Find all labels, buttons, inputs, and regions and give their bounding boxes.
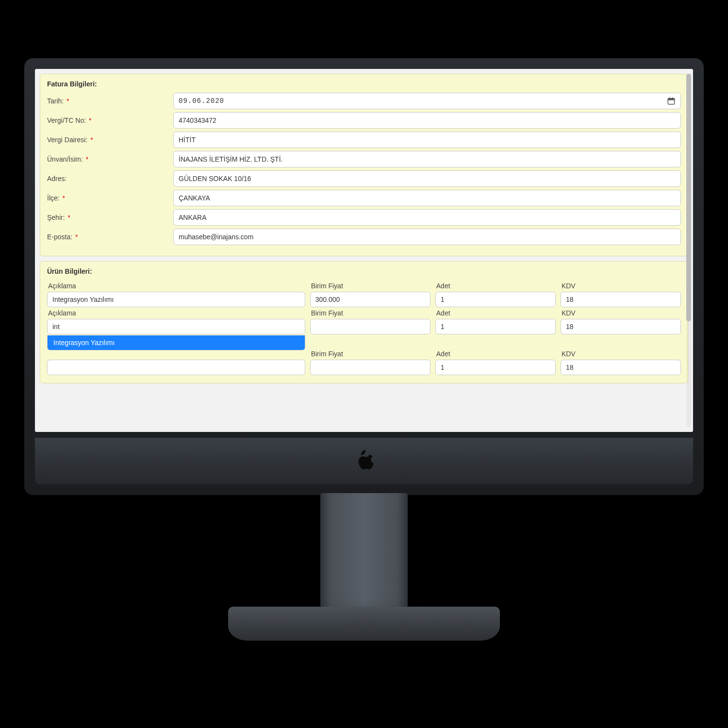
email-input[interactable] (173, 229, 681, 245)
label-email: E-posta: * (47, 233, 173, 241)
label-city: Şehir: * (47, 214, 173, 221)
calendar-icon (667, 97, 676, 105)
row-title-name: Ünvan/İsim: * (47, 151, 681, 167)
row-email: E-posta: * (47, 229, 681, 245)
products-panel-title: Ürün Bilgileri: (47, 267, 681, 275)
row-tax-no: Vergi/TC No: * (47, 112, 681, 129)
city-input[interactable] (173, 209, 681, 226)
address-input[interactable] (173, 170, 681, 187)
label-address: Adres: (47, 175, 173, 182)
label-tax-no: Vergi/TC No: * (47, 116, 173, 124)
monitor-chin (35, 438, 693, 484)
row-district: İlçe: * (47, 190, 681, 206)
monitor-frame: Fatura Bilgileri: Tarih: * 09.06.2020 Ve… (24, 58, 704, 495)
invoice-panel-title: Fatura Bilgileri: (47, 80, 681, 88)
col-unit-price: Birim Fiyat (310, 280, 430, 292)
desc-input-2[interactable] (47, 319, 305, 334)
vat-input-2[interactable] (561, 319, 681, 334)
row-date: Tarih: * 09.06.2020 (47, 93, 681, 109)
tax-office-input[interactable] (173, 132, 681, 148)
label-tax-office: Vergi Dairesi: * (47, 136, 173, 144)
product-header-row: Açıklama Birim Fiyat Adet KDV (47, 280, 681, 292)
col-desc: Açıklama (47, 280, 305, 292)
apple-logo-icon (353, 450, 375, 472)
col-qty: Adet (435, 280, 556, 292)
autocomplete-option[interactable]: Integrasyon Yazılımı (48, 335, 305, 350)
app-viewport: Fatura Bilgileri: Tarih: * 09.06.2020 Ve… (35, 69, 693, 432)
required-mark: * (65, 97, 69, 105)
products-panel: Ürün Bilgileri: Açıklama Birim Fiyat Ade… (40, 261, 688, 383)
row-address: Adres: (47, 170, 681, 187)
monitor-stand-neck (320, 493, 408, 619)
invoice-panel: Fatura Bilgileri: Tarih: * 09.06.2020 Ve… (40, 74, 688, 256)
desc-autocomplete[interactable]: Integrasyon Yazılımı (47, 335, 305, 350)
unit-price-input-1[interactable] (310, 292, 430, 307)
qty-input-2[interactable] (435, 319, 556, 334)
vat-input-1[interactable] (561, 292, 681, 307)
col-vat: KDV (561, 280, 681, 292)
product-row-2: Integrasyon Yazılımı (47, 319, 681, 334)
date-value: 09.06.2020 (179, 97, 224, 105)
monitor-stand-base (228, 607, 500, 641)
tax-no-input[interactable] (173, 112, 681, 129)
desc-input-1[interactable] (47, 292, 305, 307)
vertical-scrollbar[interactable] (686, 74, 691, 427)
unit-price-input-3[interactable] (310, 360, 430, 375)
svg-rect-1 (668, 99, 675, 100)
qty-input-1[interactable] (435, 292, 556, 307)
label-title-name: Ünvan/İsim: * (47, 155, 173, 163)
row-city: Şehir: * (47, 209, 681, 226)
product-row-3 (47, 360, 681, 375)
svg-rect-2 (669, 98, 670, 99)
product-header-row-2: Açıklama Birim Fiyat Adet KDV (47, 307, 681, 319)
vat-input-3[interactable] (561, 360, 681, 375)
product-row-1 (47, 292, 681, 307)
svg-rect-3 (672, 98, 673, 99)
unit-price-input-2[interactable] (310, 319, 430, 334)
qty-input-3[interactable] (435, 360, 556, 375)
date-input[interactable]: 09.06.2020 (173, 93, 681, 109)
district-input[interactable] (173, 190, 681, 206)
screen: Fatura Bilgileri: Tarih: * 09.06.2020 Ve… (35, 69, 693, 432)
row-tax-office: Vergi Dairesi: * (47, 132, 681, 148)
desc-input-3[interactable] (47, 360, 305, 375)
title-name-input[interactable] (173, 151, 681, 167)
label-district: İlçe: * (47, 194, 173, 202)
label-date: Tarih: * (47, 97, 173, 105)
scroll-thumb[interactable] (686, 74, 691, 321)
